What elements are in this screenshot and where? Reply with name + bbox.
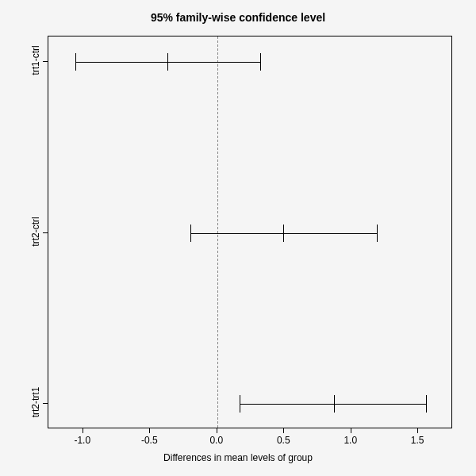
comparison-label: trt1-ctrl [30,29,41,92]
plot-title: 95% family-wise confidence level [0,11,476,24]
x-tick [149,428,150,433]
point-estimate [167,53,168,71]
x-tick [351,428,351,433]
point-estimate [334,395,335,413]
x-tick-label: -1.0 [67,435,98,446]
x-tick-label: 1.5 [401,435,433,446]
comparison-label: trt2-trt1 [30,370,41,434]
x-tick [283,428,284,433]
zero-reference-line [217,36,218,428]
point-estimate [283,225,284,242]
x-tick [217,428,217,433]
plot-area [48,36,452,428]
y-tick [43,61,48,62]
x-tick-label: 0.5 [267,435,299,446]
comparison-label: trt2-ctrl [30,200,41,263]
x-tick-label: -0.5 [133,435,165,446]
x-tick-label: 1.0 [335,435,367,446]
x-tick [83,428,83,433]
y-tick [43,232,48,233]
x-tick [417,428,418,433]
y-tick [43,403,48,404]
tukey-plot-figure: 95% family-wise confidence level Differe… [0,0,476,476]
x-tick-label: 0.0 [201,435,232,446]
x-axis-label: Differences in mean levels of group [0,452,476,463]
